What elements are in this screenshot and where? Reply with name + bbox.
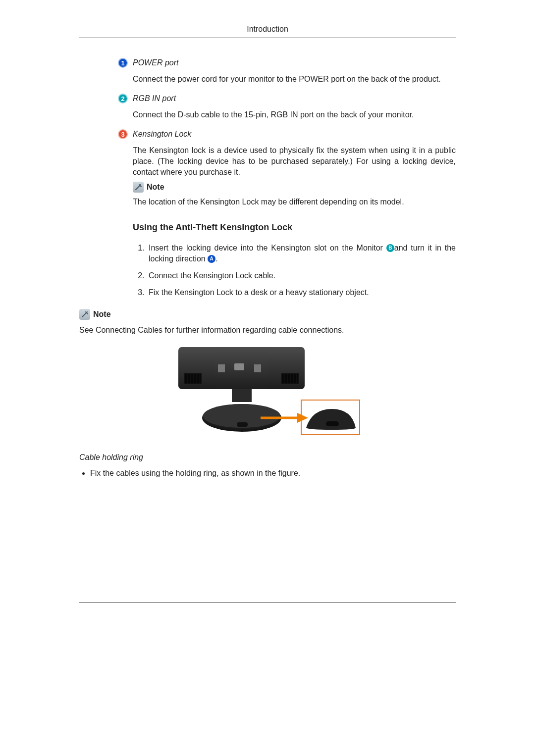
section-2-title: Using the Anti-Theft Kensington Lock: [133, 222, 456, 233]
cable-ring-bullet-1: Fix the cables using the holding ring, a…: [90, 468, 456, 479]
document-content: 1 POWER port Connect the power cord for …: [79, 58, 456, 479]
item-2-title: RGB IN port: [133, 94, 176, 103]
item-1-title: POWER port: [133, 58, 178, 68]
step-1: Insert the locking device into the Kensi…: [147, 243, 456, 264]
cable-ring-bullets: Fix the cables using the holding ring, a…: [81, 468, 456, 479]
note-1-body: The location of the Kensington Lock may …: [133, 197, 456, 207]
svg-rect-27: [254, 364, 261, 372]
svg-rect-35: [326, 421, 339, 426]
footer-rule: [79, 603, 456, 603]
step-2: Connect the Kensington Lock cable.: [147, 270, 456, 281]
note-2-row: Note: [79, 309, 456, 320]
page-header-title: Introduction: [79, 25, 456, 38]
kensington-steps: Insert the locking device into the Kensi…: [133, 243, 456, 298]
item-3-title: Kensington Lock: [133, 129, 191, 139]
svg-rect-25: [218, 364, 225, 372]
cable-ring-subheading: Cable holding ring: [79, 453, 456, 462]
step-1-text-c: .: [215, 254, 217, 263]
item-1-row: 1 POWER port: [118, 58, 456, 68]
item-1-body: Connect the power cord for your monitor …: [133, 74, 456, 85]
item-3-body: The Kensington lock is a device used to …: [133, 145, 456, 178]
svg-rect-28: [232, 389, 252, 402]
note-2-body: See Connecting Cables for further inform…: [79, 325, 456, 336]
document-page: Introduction 1 POWER port Connect the po…: [79, 25, 456, 603]
inline-badge-a-icon: A: [208, 255, 215, 263]
circled-number-2-icon: 2: [118, 94, 128, 103]
item-2-row: 2 RGB IN port: [118, 94, 456, 103]
circled-number-3-icon: 3: [118, 129, 128, 139]
note-2-label: Note: [93, 310, 111, 319]
note-icon: [79, 309, 90, 320]
step-3: Fix the Kensington Lock to a desk or a h…: [147, 287, 456, 298]
step-1-text-a: Insert the locking device into the Kensi…: [149, 244, 386, 252]
svg-marker-33: [297, 413, 308, 423]
note-1-label: Note: [147, 183, 164, 192]
svg-rect-31: [237, 422, 248, 427]
port-definitions: 1 POWER port Connect the power cord for …: [118, 58, 456, 298]
monitor-rear-illustration-icon: [173, 345, 362, 436]
note-icon: [133, 182, 144, 193]
inline-badge-b-icon: B: [386, 244, 394, 252]
item-2-body: Connect the D-sub cable to the 15-pin, R…: [133, 109, 456, 120]
monitor-rear-figure: [79, 345, 456, 438]
circled-number-1-icon: 1: [118, 58, 128, 68]
header-rule: [79, 38, 456, 38]
note-1-row: Note: [133, 182, 456, 193]
svg-rect-26: [234, 363, 244, 370]
item-3-row: 3 Kensington Lock: [118, 129, 456, 139]
